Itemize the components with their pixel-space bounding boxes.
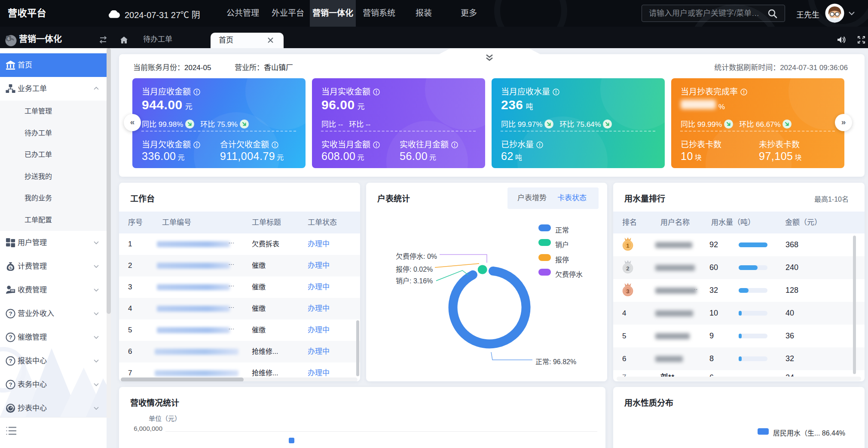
svg-text:?: ? [9, 358, 12, 364]
svg-text:2: 2 [626, 265, 629, 272]
svg-text:1: 1 [626, 242, 629, 249]
svg-text:3: 3 [626, 288, 629, 295]
svg-text:?: ? [9, 334, 12, 341]
svg-text:?: ? [9, 381, 12, 388]
svg-text:s: s [9, 265, 12, 270]
svg-text:6: 6 [7, 37, 9, 41]
svg-text:?: ? [9, 310, 12, 317]
